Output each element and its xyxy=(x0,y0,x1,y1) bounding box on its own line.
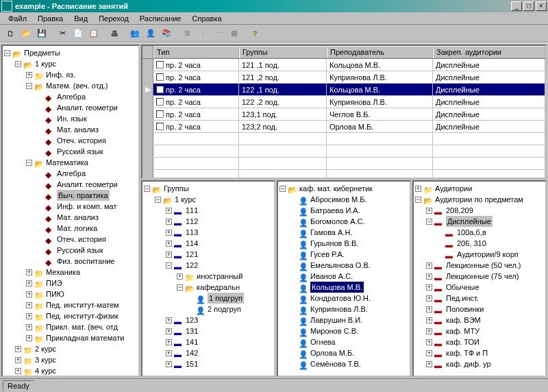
tree-node[interactable]: 1 подгруп xyxy=(144,293,273,304)
tree-node[interactable]: +Половинки xyxy=(415,304,544,315)
expand-icon[interactable]: + xyxy=(15,368,21,374)
col-type[interactable]: Тип xyxy=(153,46,239,58)
tree-node[interactable]: 100а,б,в xyxy=(415,227,544,238)
tree-node[interactable]: +каф. ТФ и П xyxy=(415,347,544,358)
menu-view[interactable]: Вид xyxy=(68,13,93,24)
expand-icon[interactable]: − xyxy=(166,262,172,269)
tree-node[interactable]: Кольцова М.В. xyxy=(279,282,408,293)
tree-node[interactable]: +ПИЮ xyxy=(4,289,137,299)
tree-node[interactable]: +141 xyxy=(144,336,273,347)
table-row[interactable]: пр. 2 часа121 ,2 под.Куприянова Л.В.Дисп… xyxy=(142,71,545,84)
expand-icon[interactable]: + xyxy=(26,313,32,319)
tree-node[interactable]: +3 курс xyxy=(4,354,137,365)
expand-icon[interactable]: + xyxy=(166,361,172,367)
help-button[interactable]: ? xyxy=(247,26,262,41)
tree-node[interactable]: −каф. мат. кибернетик xyxy=(279,183,408,194)
tree-node[interactable]: Аудитории/9 корп xyxy=(415,249,544,260)
tree-node[interactable]: +Пед.инст. xyxy=(415,293,544,304)
tree-node[interactable]: Огнева xyxy=(279,336,408,347)
tree-node[interactable]: +121 xyxy=(144,249,273,260)
checkbox[interactable] xyxy=(156,98,164,106)
tree-node[interactable]: Батраева И.А. xyxy=(279,205,408,216)
tree-node[interactable]: Гурьянов В.В. xyxy=(279,238,408,249)
tree-node[interactable]: 2 подгруп xyxy=(144,304,273,315)
table-row[interactable]: пр. 2 часа121 ,1 под.Кольцова М.В.Диспле… xyxy=(142,59,545,71)
close-button[interactable]: × xyxy=(536,1,547,11)
checkbox[interactable] xyxy=(156,73,164,81)
tree-node[interactable]: −Матем. (веч. отд.) xyxy=(4,80,137,91)
tree-node[interactable]: Миронов С.В. xyxy=(279,326,408,336)
expand-icon[interactable]: + xyxy=(26,269,32,275)
tree-node[interactable]: Физ. воспитание xyxy=(4,256,137,267)
open-button[interactable]: 📂 xyxy=(18,26,34,41)
checkbox[interactable] xyxy=(156,86,164,93)
tree-node[interactable]: −Аудитории по предметам xyxy=(415,194,544,205)
teachers-icon[interactable]: 👥 xyxy=(127,26,142,41)
menu-file[interactable]: Файл xyxy=(3,13,32,24)
books-icon[interactable]: 📚 xyxy=(159,26,174,41)
expand-icon[interactable]: + xyxy=(166,317,172,323)
expand-icon[interactable]: + xyxy=(166,350,172,356)
expand-icon[interactable]: + xyxy=(166,252,172,258)
tree-node[interactable]: +каф. ТОИ xyxy=(415,336,544,347)
tree-node[interactable]: +каф. ВЭМ xyxy=(415,315,544,326)
expand-icon[interactable]: + xyxy=(426,361,432,367)
expand-icon[interactable]: + xyxy=(26,280,32,286)
tree-node[interactable]: +каф. диф. ур xyxy=(415,358,544,369)
maximize-button[interactable]: □ xyxy=(523,1,534,11)
tree-node[interactable]: Мат. логика xyxy=(4,223,137,234)
tree-node[interactable]: Алгебра xyxy=(4,91,137,102)
tree-node[interactable]: +131 xyxy=(144,326,273,336)
tree-node[interactable]: −122 xyxy=(144,260,273,271)
tree-node[interactable]: +111 xyxy=(144,205,273,216)
expand-icon[interactable]: − xyxy=(144,186,150,192)
expand-icon[interactable]: + xyxy=(166,241,172,247)
tree-node[interactable]: Алгебра xyxy=(4,168,137,179)
expand-icon[interactable]: + xyxy=(426,295,432,302)
expand-icon[interactable]: − xyxy=(415,197,421,203)
expand-icon[interactable]: + xyxy=(426,317,432,323)
table-row[interactable]: пр. 2 часа122 ,2 под.Куприянова Л.В.Дисп… xyxy=(142,96,545,108)
tool-a[interactable]: ≣ xyxy=(179,26,195,41)
tree-node[interactable]: +142 xyxy=(144,347,273,358)
tree-node[interactable]: Гамова А.Н. xyxy=(279,227,408,238)
expand-icon[interactable]: + xyxy=(415,186,421,192)
tree-node[interactable]: Ин. язык xyxy=(4,113,137,124)
tree-node[interactable]: Семёнова Т.В. xyxy=(279,358,408,369)
table-row[interactable]: ▶ пр. 2 часа122 ,1 под.Кольцова М.В.Дисп… xyxy=(142,84,545,96)
tree-node[interactable]: Лаврушин В.И. xyxy=(279,315,408,326)
expand-icon[interactable]: + xyxy=(426,339,432,345)
expand-icon[interactable]: + xyxy=(15,346,21,352)
menu-schedule[interactable]: Расписание xyxy=(134,13,187,24)
paste-button[interactable]: 📋 xyxy=(86,26,101,41)
expand-icon[interactable]: + xyxy=(426,306,432,313)
tree-node[interactable]: −1 курс xyxy=(4,58,137,69)
tree-node[interactable]: +Обычные xyxy=(415,282,544,293)
tree-node[interactable]: +208,209 xyxy=(415,205,544,216)
tree-node[interactable]: +114 xyxy=(144,238,273,249)
tree-node[interactable]: Емельянова О.В. xyxy=(279,260,408,271)
tree-node[interactable]: +иностранный xyxy=(144,271,273,282)
expand-icon[interactable]: + xyxy=(166,219,172,225)
tree-node[interactable]: −Предметы xyxy=(4,47,137,58)
tree-node[interactable]: +Пед. институт-физик xyxy=(4,310,137,321)
expand-icon[interactable]: − xyxy=(26,160,32,166)
menu-help[interactable]: Справка xyxy=(186,13,227,24)
tree-node[interactable]: 206, 310 xyxy=(415,238,544,249)
tree-node[interactable]: +Лекционные (75 чел) xyxy=(415,271,544,282)
expand-icon[interactable]: + xyxy=(426,273,432,280)
tree-node[interactable]: +ПИЭ xyxy=(4,278,137,289)
expand-icon[interactable]: − xyxy=(26,83,32,89)
print-button[interactable]: 🖶 xyxy=(107,26,122,41)
tree-node[interactable]: +2 курс xyxy=(4,343,137,354)
expand-icon[interactable]: + xyxy=(426,208,432,214)
table-row[interactable]: пр. 2 часа123,2 под.Орлова М.Б.Дисплейны… xyxy=(142,121,545,133)
tree-node[interactable]: Абросимов М.Б. xyxy=(279,194,408,205)
expand-icon[interactable]: + xyxy=(26,291,32,297)
checkbox[interactable] xyxy=(156,110,164,118)
expand-icon[interactable]: + xyxy=(26,72,32,78)
expand-icon[interactable]: + xyxy=(26,302,32,308)
tool-b[interactable]: ⋮ xyxy=(195,26,210,41)
expand-icon[interactable]: − xyxy=(4,50,10,56)
tree-node[interactable]: Гусев Р.А. xyxy=(279,249,408,260)
